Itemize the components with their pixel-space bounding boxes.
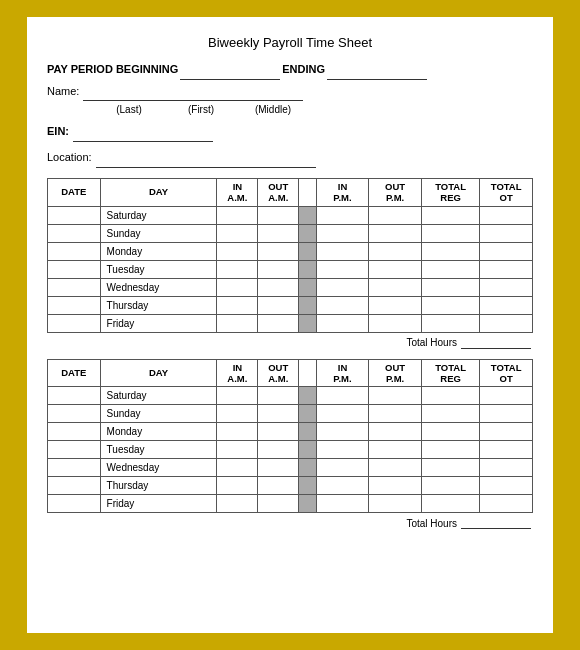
in-pm-cell[interactable] [316,224,369,242]
in-pm-cell[interactable] [316,314,369,332]
out-am-cell[interactable] [258,206,299,224]
date-cell[interactable] [48,459,101,477]
total-reg-cell[interactable] [421,242,479,260]
week2-total-hours-field[interactable] [461,517,531,529]
total-reg-cell[interactable] [421,296,479,314]
total-ot-cell[interactable] [480,242,533,260]
total-reg-cell[interactable] [421,405,479,423]
out-pm-cell[interactable] [369,387,422,405]
total-reg-cell[interactable] [421,441,479,459]
date-cell[interactable] [48,405,101,423]
in-am-cell[interactable] [217,260,258,278]
out-pm-cell[interactable] [369,405,422,423]
in-am-cell[interactable] [217,387,258,405]
out-am-cell[interactable] [258,459,299,477]
in-am-cell[interactable] [217,278,258,296]
date-cell[interactable] [48,260,101,278]
out-pm-cell[interactable] [369,260,422,278]
total-reg-cell[interactable] [421,206,479,224]
total-ot-cell[interactable] [480,278,533,296]
total-ot-cell[interactable] [480,206,533,224]
in-pm-cell[interactable] [316,242,369,260]
total-ot-cell[interactable] [480,314,533,332]
date-cell[interactable] [48,495,101,513]
total-ot-cell[interactable] [480,405,533,423]
date-cell[interactable] [48,423,101,441]
date-cell[interactable] [48,387,101,405]
out-pm-cell[interactable] [369,423,422,441]
in-am-cell[interactable] [217,314,258,332]
in-am-cell[interactable] [217,441,258,459]
week1-total-hours-field[interactable] [461,337,531,349]
in-am-cell[interactable] [217,495,258,513]
total-reg-cell[interactable] [421,314,479,332]
out-am-cell[interactable] [258,495,299,513]
date-cell[interactable] [48,477,101,495]
date-cell[interactable] [48,224,101,242]
out-pm-cell[interactable] [369,477,422,495]
in-pm-cell[interactable] [316,206,369,224]
out-pm-cell[interactable] [369,441,422,459]
total-reg-cell[interactable] [421,387,479,405]
location-field[interactable] [96,148,316,168]
out-am-cell[interactable] [258,387,299,405]
total-reg-cell[interactable] [421,260,479,278]
out-pm-cell[interactable] [369,459,422,477]
total-ot-cell[interactable] [480,477,533,495]
date-cell[interactable] [48,242,101,260]
in-pm-cell[interactable] [316,423,369,441]
date-cell[interactable] [48,296,101,314]
name-field[interactable] [83,82,303,102]
in-pm-cell[interactable] [316,260,369,278]
out-am-cell[interactable] [258,405,299,423]
out-am-cell[interactable] [258,278,299,296]
pay-period-start-field[interactable] [180,60,280,80]
out-pm-cell[interactable] [369,224,422,242]
out-am-cell[interactable] [258,441,299,459]
in-pm-cell[interactable] [316,477,369,495]
date-cell[interactable] [48,278,101,296]
out-pm-cell[interactable] [369,314,422,332]
total-ot-cell[interactable] [480,441,533,459]
in-am-cell[interactable] [217,459,258,477]
in-am-cell[interactable] [217,242,258,260]
total-reg-cell[interactable] [421,459,479,477]
total-ot-cell[interactable] [480,495,533,513]
date-cell[interactable] [48,206,101,224]
out-am-cell[interactable] [258,242,299,260]
total-reg-cell[interactable] [421,495,479,513]
out-am-cell[interactable] [258,423,299,441]
date-cell[interactable] [48,441,101,459]
in-am-cell[interactable] [217,296,258,314]
out-am-cell[interactable] [258,314,299,332]
total-reg-cell[interactable] [421,224,479,242]
pay-period-end-field[interactable] [327,60,427,80]
in-am-cell[interactable] [217,423,258,441]
date-cell[interactable] [48,314,101,332]
out-pm-cell[interactable] [369,296,422,314]
in-pm-cell[interactable] [316,387,369,405]
out-pm-cell[interactable] [369,206,422,224]
in-am-cell[interactable] [217,206,258,224]
out-am-cell[interactable] [258,224,299,242]
in-pm-cell[interactable] [316,495,369,513]
total-ot-cell[interactable] [480,296,533,314]
out-am-cell[interactable] [258,260,299,278]
out-pm-cell[interactable] [369,242,422,260]
in-pm-cell[interactable] [316,405,369,423]
total-ot-cell[interactable] [480,260,533,278]
ein-field[interactable] [73,122,213,142]
total-ot-cell[interactable] [480,423,533,441]
in-am-cell[interactable] [217,405,258,423]
out-am-cell[interactable] [258,296,299,314]
total-reg-cell[interactable] [421,278,479,296]
in-pm-cell[interactable] [316,278,369,296]
total-ot-cell[interactable] [480,387,533,405]
in-pm-cell[interactable] [316,441,369,459]
out-pm-cell[interactable] [369,495,422,513]
in-pm-cell[interactable] [316,459,369,477]
in-pm-cell[interactable] [316,296,369,314]
in-am-cell[interactable] [217,477,258,495]
out-am-cell[interactable] [258,477,299,495]
total-ot-cell[interactable] [480,459,533,477]
